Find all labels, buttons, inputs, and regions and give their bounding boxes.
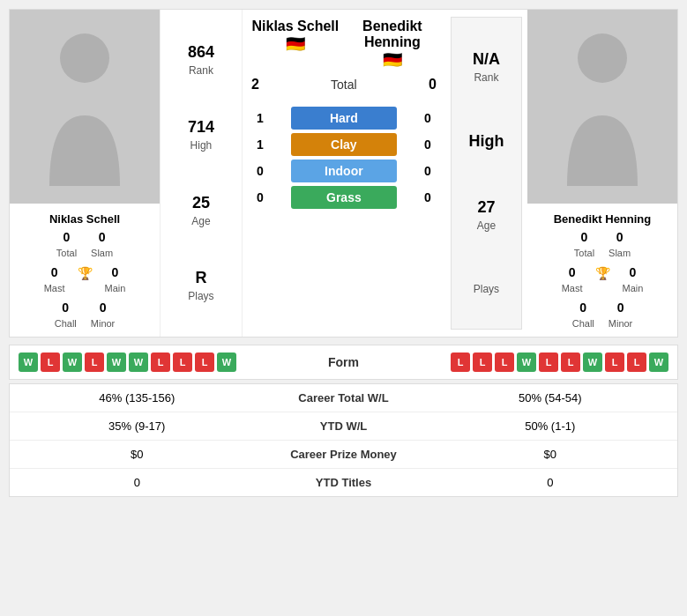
right-form-badges: LLLWLLWLLW [451, 353, 668, 372]
right-form-badge: L [627, 353, 646, 372]
grass-row: 0 Grass 0 [247, 186, 441, 209]
stat-right-val: 50% (54-54) [432, 391, 669, 404]
stat-left-val: 0 [19, 476, 256, 489]
stat-right-val: 50% (1-1) [432, 419, 669, 433]
right-player-photo [527, 10, 677, 204]
left-form-badge: W [129, 353, 148, 372]
left-main-stat: 0 Main [105, 265, 126, 295]
right-form-badge: L [539, 353, 558, 372]
left-trophy-icon: 🏆 [78, 266, 93, 280]
right-main-label: Main [623, 283, 644, 293]
age-value: 25 [191, 194, 210, 212]
left-total-label: Total [56, 248, 77, 258]
right-high-stat: High [468, 132, 504, 151]
right-age-label: Age [477, 219, 496, 232]
left-total-value: 0 [56, 230, 77, 244]
hard-button[interactable]: Hard [291, 107, 397, 130]
right-mid-stats: N/A Rank High 27 Age Plays [451, 17, 522, 330]
left-form-badge: L [195, 353, 214, 372]
right-form-badge: L [451, 353, 470, 372]
indoor-left-score: 0 [247, 164, 273, 178]
right-minor-value: 0 [609, 301, 633, 315]
clay-right-score: 0 [414, 137, 441, 152]
rank-label: Rank [189, 64, 213, 77]
right-total-stat: 0 Total [574, 230, 594, 260]
stats-table-row: 46% (135-156) Career Total W/L 50% (54-5… [10, 384, 677, 412]
left-form-badge: L [151, 353, 170, 372]
total-left: 2 [251, 77, 259, 93]
right-plays-stat: Plays [474, 280, 499, 296]
left-chall-label: Chall [55, 318, 77, 329]
left-chall-value: 0 [55, 301, 77, 315]
right-mast-label: Mast [562, 283, 583, 293]
left-form-badge: W [107, 353, 126, 372]
indoor-right-score: 0 [414, 164, 441, 178]
left-mast-value: 0 [44, 265, 65, 279]
match-center: Niklas Schell 🇩🇪 Benedikt Henning 🇩🇪 Nik… [243, 10, 445, 337]
form-label: Form [300, 355, 388, 369]
comparison-section: Niklas Schell 0 Total 0 Slam 0 Mast [9, 9, 678, 338]
total-row: 2 Total 0 [251, 77, 437, 93]
right-stats-row-3: 0 Chall 0 Minor [527, 298, 677, 333]
total-right: 0 [429, 77, 437, 93]
left-main-value: 0 [105, 265, 126, 279]
right-stats-row-1: 0 Total 0 Slam [527, 227, 677, 263]
plays-label: Plays [188, 290, 213, 302]
right-minor-label: Minor [609, 318, 633, 329]
high-label: High [190, 139, 213, 152]
right-player-name: Benedikt Henning [527, 207, 677, 227]
right-form-badge: W [649, 353, 668, 372]
clay-left-score: 1 [247, 137, 273, 152]
stat-center-label: YTD Titles [256, 476, 432, 489]
right-name-top: Benedikt Henning [554, 212, 652, 226]
left-form-badge: W [19, 353, 38, 372]
clay-row: 1 Clay 0 [247, 133, 441, 156]
left-stats-row-3: 0 Chall 0 Minor [10, 298, 160, 333]
rank-stat: 864 Rank [188, 43, 214, 78]
left-slam-label: Slam [91, 248, 113, 258]
clay-button[interactable]: Clay [291, 133, 397, 156]
right-mast-value: 0 [562, 265, 583, 279]
left-slam-stat: 0 Slam [91, 230, 113, 260]
right-chall-stat: 0 Chall [572, 301, 594, 330]
left-player-name: Niklas Schell [10, 207, 160, 227]
plays-value: R [188, 269, 213, 287]
high-stat: 714 High [188, 118, 214, 152]
indoor-button[interactable]: Indoor [291, 160, 397, 182]
left-trophy-cell: 🏆 [78, 265, 93, 295]
left-player-photo [10, 10, 160, 204]
right-rank-label: Rank [474, 71, 498, 84]
right-trophy-icon: 🏆 [595, 266, 610, 280]
stat-left-val: 46% (135-156) [19, 391, 256, 404]
right-high-value: High [468, 132, 504, 151]
grass-button[interactable]: Grass [291, 186, 397, 209]
surface-rows: 1 Hard 0 1 Clay 0 0 Indoor 0 0 Grass [247, 107, 441, 209]
grass-right-score: 0 [414, 190, 441, 204]
right-player-column: Benedikt Henning 0 Total 0 Slam 0 Mas [527, 10, 677, 337]
right-minor-stat: 0 Minor [609, 301, 633, 330]
stats-table-row: 35% (9-17) YTD W/L 50% (1-1) [10, 412, 677, 441]
right-main-stat: 0 Main [623, 265, 644, 295]
right-slam-stat: 0 Slam [609, 230, 631, 260]
left-chall-stat: 0 Chall [55, 301, 77, 330]
right-age-stat: 27 Age [477, 198, 496, 233]
career-stats-table: 46% (135-156) Career Total W/L 50% (54-5… [9, 383, 678, 497]
right-player-info: Benedikt Henning 0 Total 0 Slam 0 Mas [527, 204, 677, 337]
hard-left-score: 1 [247, 111, 273, 125]
left-form-badge: L [173, 353, 192, 372]
rank-value: 864 [188, 43, 214, 62]
right-form-badge: L [605, 353, 624, 372]
right-mast-stat: 0 Mast [562, 265, 583, 295]
high-value: 714 [188, 118, 214, 137]
grass-left-score: 0 [247, 190, 273, 204]
stats-table-row: 0 YTD Titles 0 [10, 469, 677, 496]
stat-left-val: $0 [19, 448, 256, 461]
left-stats-row-2: 0 Mast 🏆 0 Main [10, 263, 160, 298]
left-slam-value: 0 [91, 230, 113, 244]
right-form-badge: L [561, 353, 580, 372]
right-form-badge: W [583, 353, 602, 372]
stat-left-val: 35% (9-17) [19, 419, 256, 433]
stat-right-val: 0 [432, 476, 669, 489]
age-stat: 25 Age [191, 194, 210, 228]
left-form-badge: W [63, 353, 82, 372]
